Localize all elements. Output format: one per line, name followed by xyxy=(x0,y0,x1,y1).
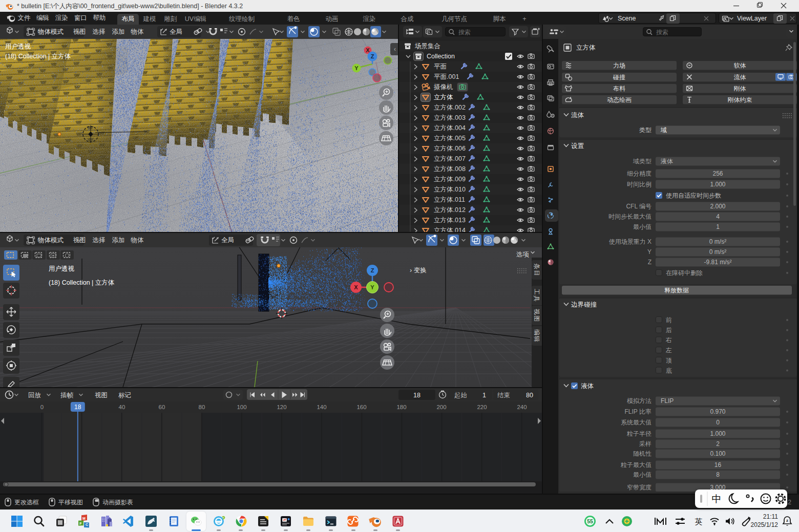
svg-text:设置: 设置 xyxy=(571,142,584,150)
svg-text:最小值: 最小值 xyxy=(633,471,651,478)
svg-text:粒子最大值: 粒子最大值 xyxy=(620,461,651,469)
svg-text:0.970: 0.970 xyxy=(710,408,725,415)
svg-text:z: z xyxy=(786,518,788,523)
svg-text:1.000: 1.000 xyxy=(710,430,725,437)
svg-text:软体: 软体 xyxy=(734,62,746,69)
svg-text:底: 底 xyxy=(666,367,672,374)
svg-text:边界碰撞: 边界碰撞 xyxy=(571,301,597,308)
svg-text:域: 域 xyxy=(660,126,667,134)
svg-text:流体: 流体 xyxy=(571,112,584,119)
svg-text:立方体.003: 立方体.003 xyxy=(434,114,466,121)
svg-text:60: 60 xyxy=(159,404,165,410)
svg-text:时间步长最大值: 时间步长最大值 xyxy=(608,213,651,220)
svg-text:0 m/s²: 0 m/s² xyxy=(709,238,726,245)
svg-text:C: C xyxy=(86,523,88,526)
svg-text:搜索: 搜索 xyxy=(656,29,668,36)
svg-text:左: 左 xyxy=(665,347,672,354)
svg-text:立方体.011: 立方体.011 xyxy=(434,196,465,203)
svg-text:摄像机: 摄像机 xyxy=(433,83,453,91)
svg-text:平面: 平面 xyxy=(434,63,447,70)
svg-text:200: 200 xyxy=(436,404,446,410)
svg-text:立方体.008: 立方体.008 xyxy=(434,165,466,173)
svg-text:立方体: 立方体 xyxy=(434,94,453,101)
svg-text:FLIP 比率: FLIP 比率 xyxy=(625,408,651,415)
svg-text:(18) Collection | 立方体: (18) Collection | 立方体 xyxy=(5,53,71,60)
svg-text:2.000: 2.000 xyxy=(710,203,725,210)
svg-text:0.100: 0.100 xyxy=(710,450,725,457)
svg-text:立方体.007: 立方体.007 xyxy=(434,155,466,162)
svg-text:立方体.006: 立方体.006 xyxy=(434,145,466,152)
svg-text:动态绘画: 动态绘画 xyxy=(607,96,632,103)
svg-text:后: 后 xyxy=(666,327,672,334)
svg-text:用户透视: 用户透视 xyxy=(49,265,75,272)
svg-text:立方体.012: 立方体.012 xyxy=(434,206,466,214)
svg-text:80: 80 xyxy=(199,404,205,410)
svg-text:液体: 液体 xyxy=(660,158,673,165)
svg-text:1: 1 xyxy=(716,223,720,230)
svg-text:右: 右 xyxy=(665,336,672,344)
svg-text:立方体: 立方体 xyxy=(576,44,596,51)
svg-text:场景集合: 场景集合 xyxy=(414,42,440,50)
svg-text:用户透视: 用户透视 xyxy=(5,43,31,50)
svg-text:1.000: 1.000 xyxy=(710,181,725,188)
svg-text:240: 240 xyxy=(517,404,527,410)
svg-text:› 变换: › 变换 xyxy=(410,267,427,274)
svg-text:16: 16 xyxy=(714,461,722,469)
svg-text:立方体.013: 立方体.013 xyxy=(434,217,466,224)
svg-text:随机性: 随机性 xyxy=(633,450,651,457)
svg-text:流体: 流体 xyxy=(734,74,746,81)
svg-text:细分精度: 细分精度 xyxy=(627,170,651,177)
svg-text:CFL 编号: CFL 编号 xyxy=(626,203,651,210)
svg-text:更改选框: 更改选框 xyxy=(14,499,39,506)
svg-text:刚体约束: 刚体约束 xyxy=(728,96,752,103)
svg-text:120: 120 xyxy=(277,404,286,410)
svg-text:X: X xyxy=(366,47,370,53)
svg-text:Z: Z xyxy=(371,53,374,59)
svg-text:顶: 顶 xyxy=(665,357,672,364)
svg-text:搜索: 搜索 xyxy=(458,29,471,36)
svg-text:0: 0 xyxy=(716,419,720,426)
svg-text:粒子半径: 粒子半径 xyxy=(626,430,651,437)
svg-text:Y: Y xyxy=(370,284,374,290)
svg-text:最小值: 最小值 xyxy=(633,223,651,230)
svg-text:Collection: Collection xyxy=(427,53,455,60)
svg-text:立方体.002: 立方体.002 xyxy=(434,104,466,111)
svg-text:180: 180 xyxy=(396,404,406,410)
svg-text:55: 55 xyxy=(587,518,593,524)
svg-text:中: 中 xyxy=(712,494,722,504)
svg-text:释放数据: 释放数据 xyxy=(664,287,689,294)
svg-text:Z: Z xyxy=(371,267,374,273)
svg-text:刚体: 刚体 xyxy=(734,85,746,92)
svg-text:类型: 类型 xyxy=(639,126,651,134)
svg-text:256: 256 xyxy=(712,170,723,177)
svg-text:使用场景重力 X: 使用场景重力 X xyxy=(609,238,651,245)
svg-text:液体: 液体 xyxy=(581,382,594,390)
svg-text:模拟方法: 模拟方法 xyxy=(627,397,651,405)
svg-text:Y: Y xyxy=(354,65,359,71)
svg-text:域类型: 域类型 xyxy=(633,158,651,165)
svg-text:前: 前 xyxy=(666,316,672,324)
svg-text:0 m/s²: 0 m/s² xyxy=(709,248,726,256)
svg-text:立方体.009: 立方体.009 xyxy=(434,176,466,183)
svg-text:时间比例: 时间比例 xyxy=(627,181,651,188)
svg-text:立方体.004: 立方体.004 xyxy=(434,124,466,132)
svg-text:平面.001: 平面.001 xyxy=(434,73,459,80)
svg-text:‹: ‹ xyxy=(394,46,396,53)
svg-text:系统最大值: 系统最大值 xyxy=(621,419,651,426)
svg-text:立方体.005: 立方体.005 xyxy=(434,135,466,142)
svg-text:平移视图: 平移视图 xyxy=(58,499,83,506)
svg-text:Z: Z xyxy=(648,259,651,266)
svg-text:立方体.010: 立方体.010 xyxy=(434,186,466,193)
svg-text:布料: 布料 xyxy=(613,85,625,92)
svg-text:8: 8 xyxy=(716,471,720,478)
svg-text:100: 100 xyxy=(237,404,246,410)
svg-text:在障碍中删除: 在障碍中删除 xyxy=(666,269,703,276)
svg-text:使用自适应时间步数: 使用自适应时间步数 xyxy=(666,192,721,199)
svg-text:采样: 采样 xyxy=(639,440,651,448)
svg-text:2: 2 xyxy=(716,440,720,448)
svg-text:160: 160 xyxy=(356,404,366,410)
svg-text:18: 18 xyxy=(74,403,81,411)
svg-text:X: X xyxy=(354,284,358,290)
svg-text:窄带宽度: 窄带宽度 xyxy=(627,484,651,491)
svg-text:力场: 力场 xyxy=(613,62,625,69)
